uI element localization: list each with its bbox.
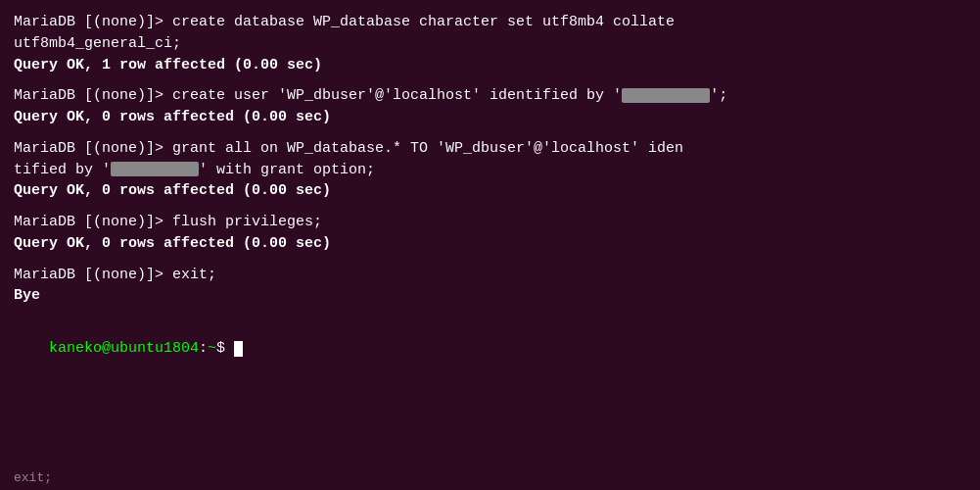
result-line-1: Query OK, 1 row affected (0.00 sec) (14, 55, 966, 76)
redacted-password-1 (622, 88, 710, 103)
command-line-3a: MariaDB [(none)]> grant all on WP_databa… (14, 138, 966, 160)
command-line-1b: utf8mb4_general_ci; (14, 33, 966, 55)
partial-bottom-line: exit; (14, 469, 52, 488)
shell-prompt-symbol: $ (216, 340, 225, 357)
result-line-3: Query OK, 0 rows affected (0.00 sec) (14, 180, 966, 202)
command-line-5: MariaDB [(none)]> exit; (14, 265, 966, 286)
shell-prompt-separator: : (199, 340, 208, 357)
command-block-1: MariaDB [(none)]> create database WP_dat… (14, 12, 966, 75)
redacted-password-2 (111, 162, 199, 176)
command-line-2: MariaDB [(none)]> create user 'WP_dbuser… (14, 85, 966, 107)
command-line-1: MariaDB [(none)]> create database WP_dat… (14, 12, 966, 33)
command-block-5: MariaDB [(none)]> exit; Bye (14, 265, 966, 308)
cursor (234, 341, 243, 357)
command-block-4: MariaDB [(none)]> flush privileges; Quer… (14, 212, 966, 255)
command-line-4: MariaDB [(none)]> flush privileges; (14, 212, 966, 233)
terminal-window: MariaDB [(none)]> create database WP_dat… (0, 0, 980, 490)
result-line-4: Query OK, 0 rows affected (0.00 sec) (14, 233, 966, 255)
shell-prompt-user-host: kaneko@ubuntu1804 (49, 340, 199, 357)
command-line-3b: tified by ' ' with grant option; (14, 160, 966, 181)
shell-prompt-line[interactable]: kaneko@ubuntu1804:~$ (14, 317, 966, 380)
shell-prompt-path: ~ (208, 340, 216, 357)
result-line-2: Query OK, 0 rows affected (0.00 sec) (14, 107, 966, 128)
command-block-2: MariaDB [(none)]> create user 'WP_dbuser… (14, 85, 966, 128)
result-line-5: Bye (14, 285, 966, 307)
command-block-3: MariaDB [(none)]> grant all on WP_databa… (14, 138, 966, 202)
